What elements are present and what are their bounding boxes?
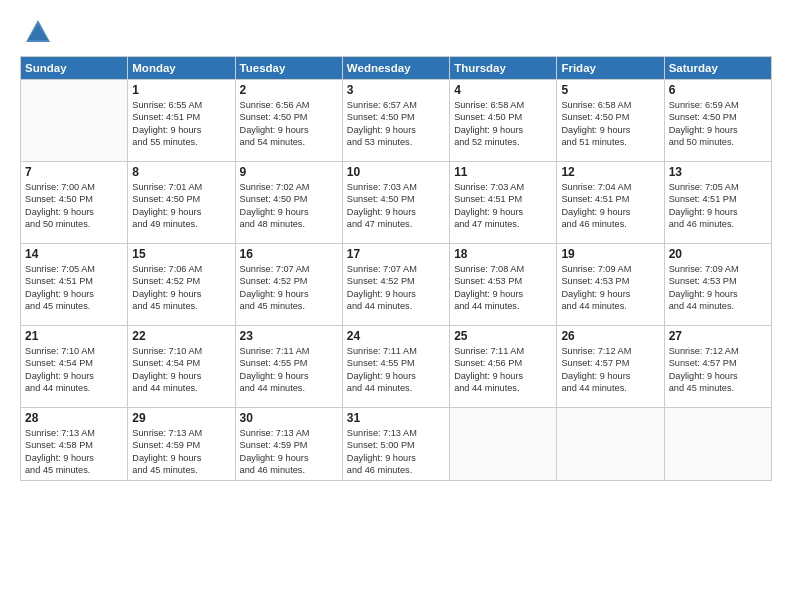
cell-info-line: Daylight: 9 hours — [240, 370, 338, 382]
cell-info-line: Sunrise: 7:12 AM — [561, 345, 659, 357]
calendar-cell: 12Sunrise: 7:04 AMSunset: 4:51 PMDayligh… — [557, 162, 664, 244]
cell-info-line: and 44 minutes. — [561, 300, 659, 312]
cell-info-line: Sunrise: 7:04 AM — [561, 181, 659, 193]
cell-info-line: and 51 minutes. — [561, 136, 659, 148]
cell-info-line: and 46 minutes. — [561, 218, 659, 230]
cell-info-line: Sunset: 4:54 PM — [25, 357, 123, 369]
day-number: 27 — [669, 329, 767, 343]
cell-info-line: Sunset: 4:50 PM — [347, 193, 445, 205]
day-number: 11 — [454, 165, 552, 179]
cell-info-line: Sunset: 4:50 PM — [454, 111, 552, 123]
cell-info-line: Daylight: 9 hours — [454, 288, 552, 300]
day-number: 18 — [454, 247, 552, 261]
calendar-cell: 5Sunrise: 6:58 AMSunset: 4:50 PMDaylight… — [557, 80, 664, 162]
cell-info-line: and 47 minutes. — [347, 218, 445, 230]
day-number: 5 — [561, 83, 659, 97]
cell-info-line: Sunset: 4:53 PM — [669, 275, 767, 287]
day-number: 28 — [25, 411, 123, 425]
calendar-cell: 17Sunrise: 7:07 AMSunset: 4:52 PMDayligh… — [342, 244, 449, 326]
cell-info-line: and 54 minutes. — [240, 136, 338, 148]
day-number: 24 — [347, 329, 445, 343]
cell-info-line: Daylight: 9 hours — [669, 370, 767, 382]
day-number: 7 — [25, 165, 123, 179]
day-number: 2 — [240, 83, 338, 97]
day-number: 14 — [25, 247, 123, 261]
cell-info-line: Sunset: 4:51 PM — [132, 111, 230, 123]
cell-info-line: Sunset: 4:52 PM — [347, 275, 445, 287]
day-number: 21 — [25, 329, 123, 343]
day-number: 4 — [454, 83, 552, 97]
cell-info-line: and 44 minutes. — [669, 300, 767, 312]
calendar-cell: 8Sunrise: 7:01 AMSunset: 4:50 PMDaylight… — [128, 162, 235, 244]
cell-info-line: and 46 minutes. — [347, 464, 445, 476]
col-header-friday: Friday — [557, 57, 664, 80]
cell-info-line: and 45 minutes. — [25, 464, 123, 476]
cell-info-line: Daylight: 9 hours — [561, 288, 659, 300]
svg-marker-1 — [28, 24, 48, 40]
cell-info-line: and 45 minutes. — [240, 300, 338, 312]
cell-info-line: Sunrise: 7:03 AM — [454, 181, 552, 193]
calendar-cell: 26Sunrise: 7:12 AMSunset: 4:57 PMDayligh… — [557, 326, 664, 408]
col-header-monday: Monday — [128, 57, 235, 80]
cell-info-line: Sunset: 5:00 PM — [347, 439, 445, 451]
header — [20, 18, 772, 46]
page: SundayMondayTuesdayWednesdayThursdayFrid… — [0, 0, 792, 612]
cell-info-line: and 45 minutes. — [132, 464, 230, 476]
cell-info-line: Sunset: 4:53 PM — [454, 275, 552, 287]
cell-info-line: Daylight: 9 hours — [669, 206, 767, 218]
cell-info-line: Daylight: 9 hours — [132, 452, 230, 464]
calendar-cell: 11Sunrise: 7:03 AMSunset: 4:51 PMDayligh… — [450, 162, 557, 244]
cell-info-line: Sunset: 4:51 PM — [561, 193, 659, 205]
cell-info-line: Daylight: 9 hours — [240, 452, 338, 464]
week-row-1: 1Sunrise: 6:55 AMSunset: 4:51 PMDaylight… — [21, 80, 772, 162]
cell-info-line: Sunset: 4:50 PM — [240, 111, 338, 123]
cell-info-line: Sunrise: 7:13 AM — [132, 427, 230, 439]
cell-info-line: Daylight: 9 hours — [561, 124, 659, 136]
day-number: 25 — [454, 329, 552, 343]
calendar-cell — [557, 408, 664, 481]
cell-info-line: Daylight: 9 hours — [669, 288, 767, 300]
cell-info-line: Sunrise: 7:09 AM — [669, 263, 767, 275]
day-number: 6 — [669, 83, 767, 97]
cell-info-line: Sunset: 4:57 PM — [561, 357, 659, 369]
cell-info-line: Sunset: 4:59 PM — [132, 439, 230, 451]
cell-info-line: Sunset: 4:50 PM — [132, 193, 230, 205]
day-number: 16 — [240, 247, 338, 261]
cell-info-line: Daylight: 9 hours — [454, 206, 552, 218]
cell-info-line: Sunrise: 7:05 AM — [669, 181, 767, 193]
calendar-cell: 27Sunrise: 7:12 AMSunset: 4:57 PMDayligh… — [664, 326, 771, 408]
cell-info-line: Sunset: 4:50 PM — [347, 111, 445, 123]
day-number: 12 — [561, 165, 659, 179]
calendar-cell — [21, 80, 128, 162]
cell-info-line: and 44 minutes. — [347, 300, 445, 312]
cell-info-line: Daylight: 9 hours — [347, 206, 445, 218]
calendar-cell: 25Sunrise: 7:11 AMSunset: 4:56 PMDayligh… — [450, 326, 557, 408]
day-number: 23 — [240, 329, 338, 343]
calendar-cell: 4Sunrise: 6:58 AMSunset: 4:50 PMDaylight… — [450, 80, 557, 162]
cell-info-line: Daylight: 9 hours — [132, 370, 230, 382]
calendar-cell: 2Sunrise: 6:56 AMSunset: 4:50 PMDaylight… — [235, 80, 342, 162]
cell-info-line: and 49 minutes. — [132, 218, 230, 230]
day-number: 8 — [132, 165, 230, 179]
cell-info-line: Daylight: 9 hours — [454, 124, 552, 136]
cell-info-line: Daylight: 9 hours — [240, 288, 338, 300]
calendar-cell: 31Sunrise: 7:13 AMSunset: 5:00 PMDayligh… — [342, 408, 449, 481]
cell-info-line: and 47 minutes. — [454, 218, 552, 230]
col-header-sunday: Sunday — [21, 57, 128, 80]
day-number: 29 — [132, 411, 230, 425]
cell-info-line: and 44 minutes. — [132, 382, 230, 394]
calendar-cell — [664, 408, 771, 481]
day-number: 15 — [132, 247, 230, 261]
week-row-2: 7Sunrise: 7:00 AMSunset: 4:50 PMDaylight… — [21, 162, 772, 244]
calendar-cell: 18Sunrise: 7:08 AMSunset: 4:53 PMDayligh… — [450, 244, 557, 326]
cell-info-line: and 45 minutes. — [25, 300, 123, 312]
calendar-cell: 24Sunrise: 7:11 AMSunset: 4:55 PMDayligh… — [342, 326, 449, 408]
cell-info-line: Sunrise: 6:55 AM — [132, 99, 230, 111]
cell-info-line: Sunset: 4:52 PM — [132, 275, 230, 287]
calendar-cell: 21Sunrise: 7:10 AMSunset: 4:54 PMDayligh… — [21, 326, 128, 408]
day-number: 26 — [561, 329, 659, 343]
cell-info-line: Daylight: 9 hours — [240, 124, 338, 136]
calendar-cell: 1Sunrise: 6:55 AMSunset: 4:51 PMDaylight… — [128, 80, 235, 162]
cell-info-line: Sunrise: 7:11 AM — [454, 345, 552, 357]
cell-info-line: Sunrise: 7:00 AM — [25, 181, 123, 193]
